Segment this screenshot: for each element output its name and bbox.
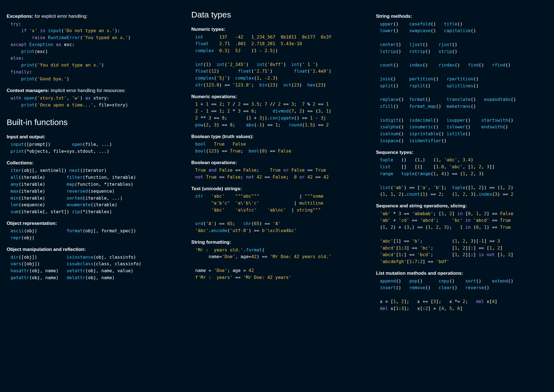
bool-type-code: bool True False bool(123) == True; bool(… [195, 141, 362, 155]
string-methods-label: String methods: [376, 13, 547, 20]
seq-ops-code: 'ab' * 3 == 'ababab'; [1, 2] in [0, 1, 2… [380, 210, 547, 265]
seq-ops-label: Sequence and string operations, slicing: [376, 202, 547, 210]
numeric-ops-label: Numeric operations: [191, 93, 362, 100]
column-3: String methods: upper() casefold() title… [376, 8, 547, 314]
collections-label: Collections: [7, 159, 178, 167]
cheatsheet-columns: Exceptions: for explicit error handling:… [7, 8, 547, 314]
io-label: Input and output: [7, 133, 178, 141]
exceptions-code: try: if 'x' in input('Do not type an x.'… [11, 21, 178, 83]
exceptions-label: Exceptions: for explicit error handling: [7, 13, 178, 20]
collections-code: iter(obj[, sentinel]) next(iterator) all… [11, 167, 178, 215]
numeric-types-label: Numeric types: [191, 26, 362, 33]
string-fmt-label: String formatting: [191, 239, 362, 246]
context-code: with open('story.txt', 'w') as story: pr… [11, 95, 178, 109]
builtins-heading: Built-in functions [7, 116, 178, 128]
text-label: Text (unicode) strings: [191, 185, 362, 192]
reflect-code: dir([obj]) isinstance(obj, classinfo) va… [11, 254, 178, 281]
numeric-types-code: int 137 -42 1_234_567 0b1011 0o177 0x3f … [195, 34, 362, 89]
list-mut-code: append() pop() copy() sort() extend() in… [380, 278, 547, 312]
column-1: Exceptions: for explicit error handling:… [7, 8, 178, 314]
bool-ops-label: Boolean operations: [191, 159, 362, 166]
io-code: input([prompt]) open(file, ...) print(*o… [11, 141, 178, 155]
seq-types-label: Sequence types: [376, 149, 547, 156]
text-code: str 'abc' """abc""" | """some "a'b'c" 'a… [195, 193, 362, 234]
string-fmt-code: 'Mr : years old.'.format( name='Doe', ag… [195, 247, 362, 281]
context-label: Context managers: implicit error handlin… [7, 87, 178, 94]
repr-label: Object representation: [7, 220, 178, 227]
datatypes-heading: Data types [191, 8, 362, 21]
bool-type-label: Boolean type (truth values): [191, 133, 362, 140]
column-2: Data types Numeric types: int 137 -42 1_… [191, 8, 362, 314]
list-mut-label: List mutation methods and operations: [376, 270, 547, 277]
reflect-label: Object manipulation and reflection: [7, 246, 178, 253]
bool-ops-code: True and False == False; True or False =… [195, 167, 362, 181]
repr-code: ascii(obj) format(obj[, format_spec]) re… [11, 228, 178, 241]
seq-types-code: tuple () (1,) (1, 'abc', 3.4) list [] [1… [380, 157, 547, 198]
numeric-ops-code: 1 + 1 == 2; 7 / 2 == 3.5; 7 // 2 == 3; 7… [195, 101, 362, 128]
string-methods-code: upper() casefold() title() lower() swapc… [380, 21, 547, 144]
